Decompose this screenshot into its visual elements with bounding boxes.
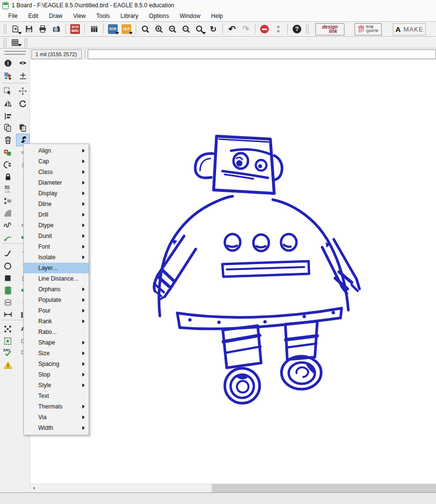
rotate-button[interactable] xyxy=(16,98,29,110)
context-menu-item-align[interactable]: Align xyxy=(24,145,89,156)
replace-button[interactable] xyxy=(1,159,14,171)
toolbar-drag-handle[interactable] xyxy=(4,24,6,34)
toolbar-drag-handle[interactable] xyxy=(25,38,27,47)
context-menu-item-spacing[interactable]: Spacing xyxy=(24,359,89,369)
pcb-quote-button[interactable]: PCBQUOTE xyxy=(355,23,382,35)
context-menu-item-width[interactable]: Width xyxy=(24,423,89,433)
lock-button[interactable] xyxy=(1,171,14,183)
drawing-canvas[interactable] xyxy=(30,60,436,484)
context-menu-item-via[interactable]: Via xyxy=(24,412,89,423)
toolbar-drag-handle[interactable] xyxy=(4,38,6,47)
menu-options[interactable]: Options xyxy=(144,12,174,21)
toolbar-drag-handle[interactable] xyxy=(306,24,309,34)
scrollbar-thumb[interactable] xyxy=(212,484,436,493)
context-menu-item-thermals[interactable]: Thermals xyxy=(24,401,89,412)
context-menu-item-size[interactable]: Size xyxy=(24,348,89,359)
name-value-icon: R2 10k xyxy=(3,184,12,194)
context-menu-item-display[interactable]: Display xyxy=(24,188,89,199)
name-value-button[interactable]: R2 10k xyxy=(1,183,14,195)
show-button[interactable] xyxy=(16,57,29,69)
redo-button[interactable]: ↷ xyxy=(239,23,252,35)
erc-button[interactable]: ERC xyxy=(1,346,14,358)
design-link-button[interactable]: design link xyxy=(315,23,344,35)
context-menu-item-line-distance[interactable]: Line Distance... xyxy=(24,273,89,284)
align-button[interactable] xyxy=(1,110,14,122)
menu-window[interactable]: Window xyxy=(174,12,206,21)
route-button[interactable] xyxy=(1,232,14,243)
redraw-button[interactable]: ↻ xyxy=(206,23,220,35)
menu-tools[interactable]: Tools xyxy=(91,12,115,21)
run-script-button[interactable]: SCR xyxy=(106,23,120,35)
zoom-out-button[interactable] xyxy=(166,23,179,35)
context-menu-item-diameter[interactable]: Diameter xyxy=(24,177,89,188)
menu-view[interactable]: View xyxy=(68,12,91,21)
zoom-select-button[interactable] xyxy=(179,23,193,35)
context-menu-item-layer[interactable]: Layer... xyxy=(24,263,89,273)
palette-drag-handle[interactable] xyxy=(4,51,26,55)
circle-button[interactable] xyxy=(1,260,14,272)
switch-sch-brd-button[interactable]: SCHBRD xyxy=(68,23,82,35)
open-button[interactable] xyxy=(9,23,22,35)
miter-button[interactable] xyxy=(1,207,14,219)
dimension-button[interactable] xyxy=(1,309,14,320)
save-button[interactable] xyxy=(22,23,36,35)
make-button[interactable]: A MAKE xyxy=(393,23,426,35)
group-select-button[interactable] xyxy=(1,85,14,97)
context-menu-item-ratio[interactable]: Ratio... xyxy=(24,327,89,337)
context-menu-item-style[interactable]: Style xyxy=(24,380,89,391)
stop-button[interactable] xyxy=(258,23,271,35)
context-menu-item-font[interactable]: Font xyxy=(24,241,89,252)
undo-button[interactable]: ↶ xyxy=(225,23,239,35)
zoom-in-button[interactable] xyxy=(152,23,166,35)
info-button[interactable]: i xyxy=(1,57,14,69)
menu-file[interactable]: File xyxy=(3,12,23,21)
buried-via-button[interactable] xyxy=(1,297,14,308)
zoom-fit-button[interactable] xyxy=(139,23,152,35)
display-layers-button[interactable] xyxy=(1,70,14,81)
context-menu-item-dline[interactable]: Dline xyxy=(24,199,89,209)
grid-button[interactable] xyxy=(9,38,22,47)
copy-button[interactable] xyxy=(1,122,14,134)
via-button[interactable] xyxy=(1,284,14,296)
context-menu-item-stop[interactable]: Stop xyxy=(24,369,89,380)
context-menu-item-drill[interactable]: Drill xyxy=(24,209,89,220)
wire-button[interactable] xyxy=(1,247,14,259)
export-image-button[interactable] xyxy=(49,23,63,35)
ratsnest-button[interactable] xyxy=(1,323,14,335)
context-menu-item-orphans[interactable]: Orphans xyxy=(24,284,89,295)
help-button[interactable]: ? xyxy=(290,23,304,35)
options-dots-button[interactable] xyxy=(271,23,285,35)
print-button[interactable] xyxy=(36,23,49,35)
scroll-left-arrow-icon[interactable]: ‹ xyxy=(30,484,38,493)
meander-button[interactable] xyxy=(1,219,14,231)
context-menu-item-populate[interactable]: Populate xyxy=(24,295,89,305)
mirror-button[interactable] xyxy=(1,98,14,110)
context-menu-item-dunit[interactable]: Dunit xyxy=(24,231,89,241)
context-menu-item-cap[interactable]: Cap xyxy=(24,156,89,167)
menu-draw[interactable]: Draw xyxy=(44,12,68,21)
rect-button[interactable] xyxy=(1,272,14,284)
move-button[interactable] xyxy=(16,85,29,97)
delete-button[interactable] xyxy=(1,134,14,146)
zoom-level-button[interactable] xyxy=(193,23,206,35)
menu-help[interactable]: Help xyxy=(206,12,229,21)
context-menu-item-class[interactable]: Class xyxy=(24,167,89,177)
context-menu-item-isolate[interactable]: Isolate xyxy=(24,252,89,263)
errors-button[interactable] xyxy=(1,359,14,371)
menu-library[interactable]: Library xyxy=(115,12,144,21)
add-part-button[interactable] xyxy=(1,146,14,158)
context-menu-item-shape[interactable]: Shape xyxy=(24,337,89,348)
context-menu-item-pour[interactable]: Pour xyxy=(24,305,89,316)
run-ulp-button[interactable]: ULP xyxy=(120,23,133,35)
paste-button[interactable] xyxy=(16,122,29,134)
mark-button[interactable] xyxy=(16,70,29,81)
horizontal-scrollbar[interactable]: ‹ xyxy=(30,484,436,492)
smash-button[interactable] xyxy=(1,195,14,207)
context-menu-item-text[interactable]: Text xyxy=(24,391,89,401)
drc-button[interactable] xyxy=(1,335,14,347)
command-input[interactable] xyxy=(88,49,436,59)
context-menu-item-dtype[interactable]: Dtype xyxy=(24,220,89,231)
menu-edit[interactable]: Edit xyxy=(23,12,44,21)
library-button[interactable] xyxy=(87,23,101,35)
context-menu-item-rank[interactable]: Rank xyxy=(24,316,89,327)
